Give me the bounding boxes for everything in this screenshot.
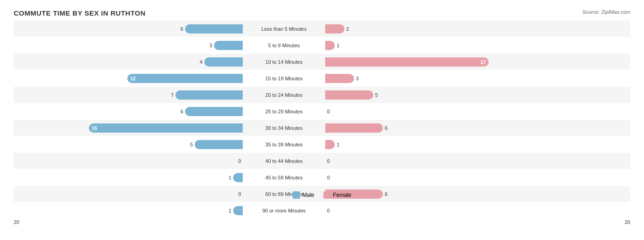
male-value: 4 [200, 59, 202, 65]
male-value: 1 [229, 208, 231, 213]
male-value: 1 [229, 175, 231, 180]
legend-female-label: Female [333, 192, 351, 198]
male-value: 7 [171, 92, 174, 98]
male-value-inside: 12 [130, 76, 136, 81]
row-label: 10 to 14 Minutes [243, 59, 325, 65]
bar-male: 4 [204, 57, 243, 67]
male-value: 6 [180, 109, 183, 114]
right-bar-area: 0 [325, 169, 554, 185]
bar-male: 6 [185, 24, 243, 33]
bar-male: 1 [233, 173, 243, 182]
row-label: 25 to 29 Minutes [243, 109, 325, 114]
table-row: 7 20 to 24 Minutes 5 [14, 87, 630, 103]
female-value: 0 [327, 158, 330, 164]
table-row: 1 90 or more Minutes 0 [14, 202, 630, 218]
bar-female: 1 [325, 140, 335, 149]
row-label: 45 to 59 Minutes [243, 175, 325, 180]
female-value: 0 [327, 175, 330, 180]
right-bar-area: 5 [325, 87, 554, 103]
right-bar-area: 17 [325, 54, 554, 70]
row-label: 35 to 39 Minutes [243, 142, 325, 147]
table-row: 6 25 to 29 Minutes 0 [14, 103, 630, 119]
bar-female: 2 [325, 24, 344, 33]
female-value-inside: 17 [480, 59, 486, 65]
right-bar-area: 2 [325, 21, 554, 37]
male-value: 0 [238, 191, 241, 197]
left-bar-area: 12 [14, 70, 243, 86]
right-bar-area: 6 [325, 186, 554, 202]
legend: Male Female [293, 191, 351, 199]
bar-female: 3 [325, 74, 354, 83]
table-row: 12 15 to 19 Minutes 3 [14, 70, 630, 86]
row-label: 20 to 24 Minutes [243, 92, 325, 98]
table-row: 4 10 to 14 Minutes 17 [14, 54, 630, 70]
female-value: 1 [337, 43, 339, 48]
male-value: 5 [190, 142, 193, 147]
table-row: 3 5 to 9 Minutes 1 [14, 37, 630, 53]
bar-female: 17 [325, 57, 489, 67]
male-value: 3 [209, 43, 212, 48]
left-bar-area: 4 [14, 54, 243, 70]
bar-male: 5 [195, 140, 243, 149]
right-bar-area: 6 [325, 120, 554, 136]
table-row: 1 45 to 59 Minutes 0 [14, 169, 630, 185]
female-value: 6 [385, 191, 387, 197]
female-value: 5 [375, 92, 378, 98]
axis-left-label: 20 [14, 219, 19, 225]
left-bar-area: 6 [14, 21, 243, 37]
rows-wrapper: 6 Less than 5 Minutes 2 3 5 to 9 Minutes… [14, 21, 630, 218]
female-value: 0 [327, 208, 330, 213]
female-value: 0 [327, 109, 330, 114]
axis-labels: 20 20 [14, 219, 630, 225]
left-bar-area: 6 [14, 103, 243, 119]
chart-area: 6 Less than 5 Minutes 2 3 5 to 9 Minutes… [14, 21, 630, 201]
bar-male: 6 [185, 107, 243, 116]
bar-female: 6 [325, 123, 383, 133]
bar-male: 1 [233, 206, 243, 215]
right-bar-area: 3 [325, 70, 554, 86]
table-row: 16 30 to 34 Minutes 6 [14, 120, 630, 136]
legend-male: Male [293, 191, 314, 199]
left-bar-area: 1 [14, 202, 243, 218]
female-value: 3 [356, 76, 359, 81]
table-row: 6 Less than 5 Minutes 2 [14, 21, 630, 37]
right-bar-area: 0 [325, 103, 554, 119]
left-bar-area: 0 [14, 186, 243, 202]
male-value: 0 [238, 158, 241, 164]
legend-male-box [293, 191, 300, 199]
legend-female: Female [323, 191, 351, 199]
female-value: 2 [346, 26, 349, 32]
female-value: 1 [337, 142, 339, 147]
row-label: 5 to 9 Minutes [243, 43, 325, 48]
row-label: 30 to 34 Minutes [243, 125, 325, 131]
female-value: 6 [385, 125, 387, 131]
legend-female-box [323, 191, 331, 199]
axis-right-label: 20 [625, 219, 630, 225]
male-value: 6 [180, 26, 183, 32]
bar-female: 1 [325, 41, 335, 50]
row-label: 90 or more Minutes [243, 208, 325, 213]
left-bar-area: 16 [14, 120, 243, 136]
table-row: 0 40 to 44 Minutes 0 [14, 153, 630, 169]
bar-female: 5 [325, 90, 373, 100]
right-bar-area: 1 [325, 136, 554, 152]
bar-male: 16 [89, 123, 243, 133]
chart-title: COMMUTE TIME BY SEX IN RUTHTON [14, 9, 630, 17]
row-label: 40 to 44 Minutes [243, 158, 325, 164]
row-label: Less than 5 Minutes [243, 26, 325, 32]
right-bar-area: 1 [325, 37, 554, 53]
chart-container: COMMUTE TIME BY SEX IN RUTHTON Source: Z… [0, 0, 644, 240]
table-row: 5 35 to 39 Minutes 1 [14, 136, 630, 152]
left-bar-area: 7 [14, 87, 243, 103]
left-bar-area: 3 [14, 37, 243, 53]
bar-male: 12 [127, 74, 243, 83]
legend-male-label: Male [302, 192, 314, 198]
bar-male: 3 [214, 41, 243, 50]
left-bar-area: 5 [14, 136, 243, 152]
row-label: 15 to 19 Minutes [243, 76, 325, 81]
source-text: Source: ZipAtlas.com [582, 9, 630, 15]
left-bar-area: 1 [14, 169, 243, 185]
right-bar-area: 0 [325, 153, 554, 169]
left-bar-area: 0 [14, 153, 243, 169]
bar-male: 7 [175, 90, 243, 100]
